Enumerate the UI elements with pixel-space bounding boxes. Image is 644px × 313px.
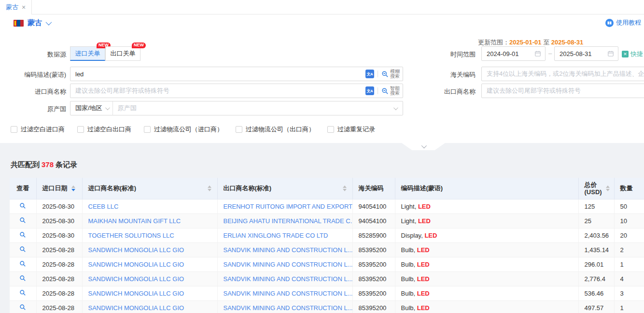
table-row: 2025-08-28 SANDWICH MONGOLIA LLC GIO SAN… [10,271,644,286]
start-date-input[interactable]: 2024-09-01 [481,46,546,61]
checkbox-icon[interactable] [327,126,334,133]
cell-hs-code: 85395200 [352,300,395,313]
fuzzy-search-label[interactable]: 模糊 搜索 [390,69,400,79]
hs-code-input[interactable]: 支持4位以上海关编码，或2位海关编码加上产品描述、企业名称 [481,67,644,81]
importer-link[interactable]: MAIKHAN MOUNTAIN GIFT LLC [88,217,181,225]
exporter-link[interactable]: SANDVIK MINING AND CONSTRUCTION L... [224,275,353,283]
date-separator: – [548,50,552,57]
exporter-link[interactable]: BEIJING AHATU INTERNATIONAL TRADE C... [224,217,353,225]
hs-code-placeholder: 支持4位以上海关编码，或2位海关编码加上产品描述、企业名称 [482,70,644,78]
sort-icon[interactable] [71,185,75,191]
view-record-button[interactable] [19,246,26,253]
importer-link[interactable]: TOGETHER SOLUTIONS LLC [88,232,174,239]
tab-mongolia[interactable]: 蒙古 × [0,0,32,14]
checkbox-filter-blank-exporter[interactable]: 过滤空白出口商 [77,125,131,134]
cell-total: 2,776.4 [578,271,614,286]
mongolia-flag-icon [14,20,24,27]
checkbox-icon[interactable] [77,126,84,133]
chevron-down-icon [46,19,52,26]
exporter-link[interactable]: ERENHOT RUITONG IMPORT AND EXPORT ... [224,203,353,210]
divider [378,71,378,77]
view-record-button[interactable] [19,217,26,224]
importer-link[interactable]: SANDWICH MONGOLIA LLC GIO [88,246,184,254]
sort-icon[interactable] [606,185,610,191]
view-record-button[interactable] [19,304,26,311]
update-range-to: 2025-08-31 [551,39,584,46]
quick-label: 快捷 [630,50,643,58]
country-selector[interactable]: 蒙古 [14,18,50,28]
checkbox-filter-blank-importer[interactable]: 过滤空白进口商 [11,125,65,134]
cell-qty: 1 [614,257,644,271]
checkbox-icon[interactable] [236,126,242,133]
checkbox-icon[interactable] [144,126,151,133]
quick-icon: ✕ [622,51,629,57]
tab-bar: 蒙古 × [0,0,644,14]
results-table-wrap: 查看 进口日期 进口商名称(标准) 出口商名称(标准) 海关编码 编码描述(蒙语… [10,178,644,313]
exporter-link[interactable]: SANDVIK MINING AND CONSTRUCTION L... [224,246,353,254]
new-badge: NEW [132,43,146,48]
importer-link[interactable]: SANDWICH MONGOLIA LLC GIO [88,275,184,283]
origin-select[interactable]: 国家/地区 原产国 [70,101,403,115]
importer-link[interactable]: SANDWICH MONGOLIA LLC GIO [88,261,184,268]
quick-select-button[interactable]: ✕ 快捷 [622,50,643,58]
cell-total: 2,403.56 [578,228,614,242]
cell-desc: Bulb, LED [395,300,578,313]
tutorial-link[interactable]: 使用教程 [605,18,641,27]
origin-region-select[interactable]: 国家/地区 [70,101,113,115]
cell-desc: Display, LED [395,228,578,242]
importer-link[interactable]: SANDWICH MONGOLIA LLC GIO [88,304,184,312]
cell-import-date: 2025-08-28 [36,286,82,300]
smart-search-label[interactable]: 智能 搜索 [390,86,400,96]
exporter-link[interactable]: ERLIAN XINGLONG TRADE CO LTD [224,232,328,239]
translate-icon[interactable]: 文A [365,86,374,95]
origin-placeholder: 原产国 [113,104,393,113]
col-total-line2: (USD) [585,188,602,196]
fuzzy-search-icon[interactable] [381,71,389,78]
chevron-down-icon [393,105,398,110]
results-prefix: 共匹配到 [11,160,40,169]
cell-desc: Bulb, LED [395,242,578,257]
table-row: 2025-08-28 SANDWICH MONGOLIA LLC GIO SAN… [10,242,644,257]
exporter-link[interactable]: SANDVIK MINING AND CONSTRUCTION L... [224,290,353,297]
checkbox-filter-logistics-importer[interactable]: 过滤物流公司（进口商） [144,125,223,134]
col-exporter[interactable]: 出口商名称(标准) [217,178,352,199]
view-record-button[interactable] [19,231,26,238]
translate-icon[interactable]: 文A [365,70,374,78]
end-date-input[interactable]: 2025-08-31 [554,46,618,61]
checkbox-filter-duplicates[interactable]: 过滤重复记录 [327,125,375,134]
importer-input[interactable]: 建议去除公司尾部字符或特殊符号 文A 智能 搜索 [70,84,403,98]
importer-link[interactable]: CEEB LLC [88,203,119,210]
country-name: 蒙古 [28,18,42,28]
checkbox-icon[interactable] [11,126,17,133]
exporter-link[interactable]: SANDVIK MINING AND CONSTRUCTION L... [224,304,353,312]
close-icon[interactable]: × [22,4,26,11]
cell-qty: 4 [614,271,644,286]
desc-text: Light, [401,203,418,210]
exporter-link[interactable]: SANDVIK MINING AND CONSTRUCTION L... [224,261,353,268]
data-source-label: 数据源 [0,50,66,59]
sort-icon[interactable] [343,185,347,191]
checkbox-filter-logistics-exporter[interactable]: 过滤物流公司（出口商） [236,125,315,134]
col-total[interactable]: 总价(USD) [578,178,614,199]
desc-highlight: LED [417,261,430,268]
cell-desc: Bulb, LED [395,257,578,271]
col-import-date[interactable]: 进口日期 [36,178,82,199]
col-importer[interactable]: 进口商名称(标准) [82,178,217,199]
col-desc: 编码描述(蒙语) [395,178,578,199]
cell-total: 1,435.14 [578,242,614,257]
hs-code-label: 海关编码 [421,71,476,79]
tab-export-declarations[interactable]: 出口关单 NEW [105,46,140,61]
view-record-button[interactable] [19,289,26,296]
view-record-button[interactable] [19,202,26,209]
cell-qty: 50 [614,199,644,213]
code-desc-input[interactable]: led 文A 模糊 搜索 [70,67,403,81]
smart-search-icon[interactable] [381,87,389,95]
cell-qty: 10 [614,213,644,228]
view-record-button[interactable] [19,260,26,267]
exporter-input[interactable]: 建议去除公司尾部字符或特殊符号 [481,84,644,98]
tab-import-declarations[interactable]: 进口关单 NEW [70,46,105,61]
code-desc-label: 编码描述(蒙语) [0,71,66,79]
view-record-button[interactable] [19,275,26,282]
sort-icon[interactable] [208,185,211,191]
importer-link[interactable]: SANDWICH MONGOLIA LLC GIO [88,290,184,297]
